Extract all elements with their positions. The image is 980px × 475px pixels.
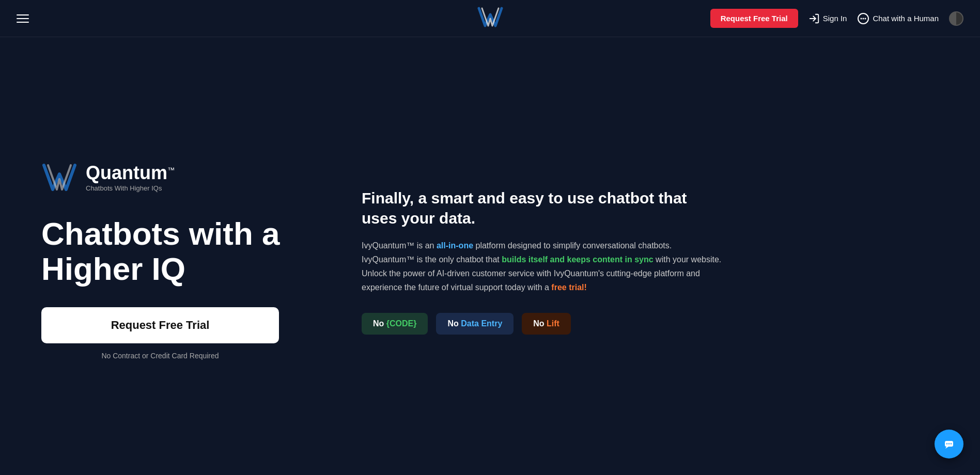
no-lift-badge: No Lift <box>522 313 571 335</box>
product-name: Quantum™ <box>86 164 175 182</box>
main-content: Quantum™ Chatbots With Higher IQs Chatbo… <box>0 37 980 475</box>
chat-bubble-icon <box>857 12 869 25</box>
no-contract-text: No Contract or Credit Card Required <box>41 352 279 360</box>
highlight-builds: builds itself and keeps content in sync <box>502 255 653 264</box>
sign-in-label: Sign In <box>823 14 847 23</box>
svg-point-2 <box>861 18 862 19</box>
hero-heading: Chatbots with a Higher IQ <box>41 216 331 287</box>
svg-point-3 <box>863 18 864 19</box>
badge-data-prefix: No <box>447 319 461 328</box>
product-tagline: Chatbots With Higher IQs <box>86 184 175 192</box>
right-heading: Finally, a smart and easy to use chatbot… <box>362 188 723 228</box>
svg-point-4 <box>865 18 866 19</box>
product-name-block: Quantum™ Chatbots With Higher IQs <box>86 164 175 192</box>
signin-icon <box>808 13 820 24</box>
hamburger-menu-icon[interactable] <box>17 14 29 23</box>
nav-right: Request Free Trial Sign In Chat with a H… <box>710 9 963 28</box>
nav-left <box>17 14 29 23</box>
trademark-sup: ™ <box>167 166 175 174</box>
chat-human-label: Chat with a Human <box>873 14 939 23</box>
logo-icon <box>477 6 504 29</box>
product-logo: Quantum™ Chatbots With Higher IQs <box>41 163 331 194</box>
badge-code-main: {CODE} <box>386 319 417 328</box>
nav-request-trial-button[interactable]: Request Free Trial <box>710 9 798 28</box>
chat-fab-button[interactable] <box>935 430 963 458</box>
left-section: Quantum™ Chatbots With Higher IQs Chatbo… <box>41 163 331 360</box>
svg-point-8 <box>946 443 947 444</box>
right-section: Finally, a smart and easy to use chatbot… <box>362 188 723 335</box>
badge-lift-main: Lift <box>547 319 559 328</box>
chat-with-human-link[interactable]: Chat with a Human <box>857 12 939 25</box>
chat-fab-icon <box>942 437 956 451</box>
svg-point-10 <box>951 443 952 444</box>
nav-logo-center[interactable] <box>477 6 504 31</box>
navbar: Request Free Trial Sign In Chat with a H… <box>0 0 980 37</box>
badge-data-main: Data Entry <box>461 319 502 328</box>
svg-point-9 <box>948 443 950 444</box>
sign-in-link[interactable]: Sign In <box>808 13 847 24</box>
badges-row: No {CODE} No Data Entry No Lift <box>362 313 723 335</box>
no-data-entry-badge: No Data Entry <box>436 313 514 335</box>
badge-lift-prefix: No <box>533 319 547 328</box>
hero-request-trial-button[interactable]: Request Free Trial <box>41 307 279 343</box>
highlight-allinone: all-in-one <box>437 241 473 250</box>
right-description: IvyQuantum™ is an all-in-one platform de… <box>362 239 723 295</box>
badge-code-prefix: No <box>373 319 386 328</box>
theme-toggle-button[interactable] <box>949 11 963 26</box>
product-logo-icon <box>41 163 77 194</box>
no-code-badge: No {CODE} <box>362 313 428 335</box>
highlight-freetrial: free trial! <box>551 283 586 292</box>
